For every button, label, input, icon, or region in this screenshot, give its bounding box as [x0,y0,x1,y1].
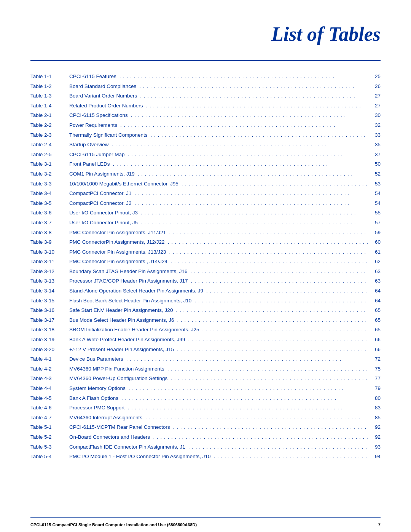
entry-page: 79 [369,384,381,393]
entry-title: Power Requirements [69,121,117,129]
entry-dots: . . . . . . . . . . . . . . . . . . . . … [128,150,368,159]
entry-label: Table 2-5 [30,150,68,159]
entry-label: Table 3-8 [30,228,68,237]
entry-dots: . . . . . . . . . . . . . . . . . . . . … [131,111,368,120]
table-row: Table 5-1 CPCI-6115-MCPTM Rear Panel Con… [30,423,381,431]
table-list: Table 1-1 CPCI-6115 Features . . . . . .… [30,72,381,510]
entry-title: Device Bus Parameters [69,355,123,363]
table-row: Table 3-14 Stand-Alone Operation Select … [30,287,381,295]
entry-dots: . . . . . . . . . . . . . . . . . . . . … [129,384,368,393]
entry-dots: . . . . . . . . . . . . . . . . . . . . … [119,72,368,81]
entry-label: Table 2-2 [30,121,68,129]
entry-title: Bus Mode Select Header Pin Assignments, … [69,316,174,324]
entry-page: 83 [369,404,381,412]
entry-label: Table 3-15 [30,297,68,305]
entry-label: Table 3-12 [30,267,68,276]
page: List of Tables Table 1-1 CPCI-6115 Featu… [0,0,411,532]
entry-label: Table 2-3 [30,131,68,139]
entry-page: 27 [369,102,381,110]
entry-title: MV64360 MPP Pin Function Assignments [69,365,164,373]
entry-dots: . . . . . . . . . . . . . . . . . . . . … [170,257,368,266]
entry-label: Table 1-4 [30,102,68,110]
entry-page: 26 [369,82,381,91]
entry-dots: . . . . . . . . . . . . . . . . . . . . … [153,433,368,441]
title-section: List of Tables [30,0,381,53]
entry-label: Table 2-1 [30,111,68,120]
entry-page: 53 [369,180,381,188]
table-row: Table 4-2 MV64360 MPP Pin Function Assig… [30,365,381,373]
table-row: Table 3-7 User I/O Connector Pinout, J5 … [30,219,381,227]
entry-title: PMC ConnectorPin Assignments, J12/J22 [69,238,165,246]
table-row: Table 3-19 Bank A Write Protect Header P… [30,335,381,344]
entry-title: CPCI-6115 Jumper Map [69,150,125,159]
entry-title: Boundary Scan JTAG Header Pin Assignment… [69,267,187,276]
entry-page: 75 [369,365,381,373]
table-row: Table 2-5 CPCI-6115 Jumper Map . . . . .… [30,150,381,159]
entry-page: 54 [369,199,381,208]
entry-title: SROM Initialization Enable Header Pin As… [69,326,199,334]
entry-dots: . . . . . . . . . . . . . . . . . . . . … [213,452,368,461]
entry-title: CompactPCI Connector, J1 [69,189,132,198]
table-row: Table 3-12 Boundary Scan JTAG Header Pin… [30,267,381,276]
entry-dots: . . . . . . . . . . . . . . . . . . . . … [146,102,368,110]
entry-title: Bank A Write Protect Header Pin Assignme… [69,335,185,344]
entry-page: 62 [369,257,381,266]
entry-label: Table 5-4 [30,452,68,461]
entry-page: 27 [369,92,381,100]
entry-page: 30 [369,111,381,120]
entry-dots: . . . . . . . . . . . . . . . . . . . . … [112,141,368,149]
entry-page: 65 [369,306,381,315]
entry-label: Table 4-2 [30,365,68,373]
entry-title: PMC I/O Module 1 - Host I/O Connector Pi… [69,452,210,461]
entry-label: Table 3-19 [30,335,68,344]
entry-label: Table 3-1 [30,160,68,168]
entry-dots: . . . . . . . . . . . . . . . . . . . . … [141,219,368,227]
table-row: Table 4-6 Processor PMC Support . . . . … [30,404,381,412]
entry-label: Table 3-11 [30,257,68,266]
entry-label: Table 4-1 [30,355,68,363]
entry-dots: . . . . . . . . . . . . . . . . . . . . … [139,82,368,91]
entry-page: 66 [369,335,381,344]
entry-page: 65 [369,326,381,334]
entry-title: User I/O Connector Pinout, J5 [69,219,138,227]
entry-label: Table 3-4 [30,189,68,198]
entry-label: Table 3-20 [30,345,68,354]
entry-dots: . . . . . . . . . . . . . . . . . . . . … [177,316,368,324]
entry-page: 92 [369,423,381,431]
table-row: Table 2-3 Thermally Significant Componen… [30,131,381,139]
entry-label: Table 1-3 [30,92,68,100]
entry-page: 94 [369,452,381,461]
table-row: Table 4-1 Device Bus Parameters . . . . … [30,355,381,363]
entry-dots: . . . . . . . . . . . . . . . . . . . . … [120,121,368,129]
entry-label: Table 3-2 [30,170,68,178]
page-title: List of Tables [30,23,381,45]
entry-label: Table 4-3 [30,374,68,383]
entry-title: Stand-Alone Operation Select Header Pin … [69,287,203,295]
entry-dots: . . . . . . . . . . . . . . . . . . . . … [167,365,368,373]
entry-dots: . . . . . . . . . . . . . . . . . . . . … [182,180,368,188]
entry-page: 60 [369,238,381,246]
entry-label: Table 3-14 [30,287,68,295]
entry-page: 92 [369,433,381,441]
table-row: Table 3-18 SROM Initialization Enable He… [30,326,381,334]
entry-dots: . . . . . . . . . . . . . . . . . . . . … [169,248,368,256]
entry-title: PMC Connector Pin Assignments , J14/J24 [69,257,167,266]
entry-title: Thermally Significant Components [69,131,148,139]
entry-dots: . . . . . . . . . . . . . . . . . . . . … [169,228,368,237]
entry-title: On-Board Connectors and Headers [69,433,150,441]
entry-dots: . . . . . . . . . . . . . . . . . . . . … [191,277,368,285]
entry-label: Table 3-17 [30,316,68,324]
table-row: Table 3-9 PMC ConnectorPin Assignments, … [30,238,381,246]
table-row: Table 1-4 Related Product Order Numbers … [30,102,381,110]
entry-title: Board Variant Order Numbers [69,92,137,100]
table-row: Table 3-4 CompactPCI Connector, J1 . . .… [30,189,381,198]
entry-title: 10/100/1000 Megabit/s Ethernet Connector… [69,180,178,188]
table-row: Table 2-1 CPCI-6115 Specifications . . .… [30,111,381,120]
entry-title: CPCI-6115 Specifications [69,111,128,120]
entry-page: 63 [369,277,381,285]
entry-label: Table 4-7 [30,414,68,422]
entry-label: Table 1-2 [30,82,68,91]
entry-page: 32 [369,121,381,129]
entry-title: Front Panel LEDs [69,160,110,168]
table-row: Table 1-1 CPCI-6115 Features . . . . . .… [30,72,381,81]
